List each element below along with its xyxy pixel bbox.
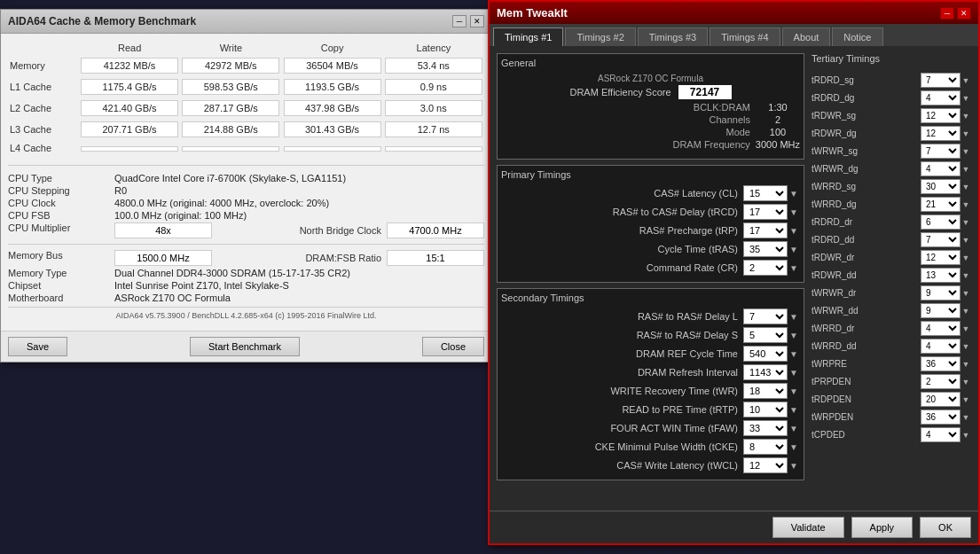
tert-select[interactable]: 12 bbox=[921, 126, 960, 141]
tert-row: tPRPDEN 2 ▼ bbox=[811, 374, 971, 389]
cpu-fsb-value: 100.0 MHz (original: 100 MHz) bbox=[114, 210, 484, 221]
tert-row: tWRRD_sg 30 ▼ bbox=[811, 179, 971, 194]
apply-button[interactable]: Apply bbox=[851, 517, 913, 538]
timing-select[interactable]: 10 bbox=[743, 402, 788, 417]
table-row: L2 Cache 421.40 GB/s 287.17 GB/s 437.98 … bbox=[8, 98, 484, 119]
tert-select[interactable]: 6 bbox=[921, 215, 960, 230]
timing-select[interactable]: 17 bbox=[743, 222, 788, 238]
minimize-button[interactable]: ─ bbox=[452, 15, 466, 27]
table-row: Memory 41232 MB/s 42972 MB/s 36504 MB/s … bbox=[8, 55, 484, 76]
timing-select[interactable]: 35 bbox=[743, 241, 788, 257]
system-info: CPU Type QuadCore Intel Core i7-6700K (S… bbox=[8, 173, 484, 303]
dram-score-row: DRAM Efficiency Score 72147 bbox=[501, 85, 800, 99]
timing-select[interactable]: 12 bbox=[743, 457, 788, 473]
tert-select[interactable]: 20 bbox=[921, 392, 960, 407]
tab-timings3[interactable]: Timings #3 bbox=[638, 27, 708, 46]
tert-select[interactable]: 21 bbox=[921, 197, 960, 212]
formula-name: ASRock Z170 OC Formula bbox=[501, 74, 800, 83]
general-title: General bbox=[501, 58, 800, 68]
tert-select[interactable]: 4 bbox=[921, 321, 960, 336]
timing-select[interactable]: 8 bbox=[743, 439, 788, 455]
tert-row: tRDPDEN 20 ▼ bbox=[811, 392, 971, 407]
tab-about[interactable]: About bbox=[782, 27, 831, 46]
tert-select[interactable]: 7 bbox=[921, 73, 960, 88]
timing-select[interactable]: 17 bbox=[743, 204, 788, 220]
timing-label: CKE Minimul Pulse Width (tCKE) bbox=[501, 441, 743, 452]
tert-select[interactable]: 36 bbox=[921, 356, 960, 371]
row-read: 207.71 GB/s bbox=[79, 119, 180, 140]
tert-select[interactable]: 4 bbox=[921, 161, 960, 176]
tab-notice[interactable]: Notice bbox=[832, 27, 882, 46]
tert-select[interactable]: 7 bbox=[921, 144, 960, 159]
tert-select[interactable]: 4 bbox=[921, 427, 960, 442]
timing-select[interactable]: 11430 bbox=[743, 364, 788, 380]
mem-body: General ASRock Z170 OC Formula DRAM Effi… bbox=[490, 46, 978, 508]
timing-row: RAS# Precharge (tRP) 17 ▼ bbox=[501, 222, 800, 238]
tert-select[interactable]: 30 bbox=[921, 179, 960, 194]
tab-timings2[interactable]: Timings #2 bbox=[565, 27, 635, 46]
save-button[interactable]: Save bbox=[8, 337, 67, 356]
validate-button[interactable]: Validate bbox=[772, 517, 844, 538]
row-copy bbox=[282, 140, 383, 156]
tert-select[interactable]: 9 bbox=[921, 303, 960, 318]
tert-select[interactable]: 12 bbox=[921, 108, 960, 123]
mem-tweakit-window: Mem TweakIt ─ ✕ Timings #1 Timings #2 Ti… bbox=[488, 0, 980, 545]
tert-select[interactable]: 12 bbox=[921, 250, 960, 265]
tert-label: tWRWR_dg bbox=[811, 164, 921, 174]
timing-label: DRAM Refresh Interval bbox=[501, 367, 743, 378]
tab-timings4[interactable]: Timings #4 bbox=[710, 27, 780, 46]
timing-select[interactable]: 540 bbox=[743, 346, 788, 362]
start-benchmark-button[interactable]: Start Benchmark bbox=[190, 337, 300, 356]
timing-select[interactable]: 5 bbox=[743, 327, 788, 343]
timing-label: RAS# to CAS# Delay (tRCD) bbox=[501, 207, 743, 217]
tert-select[interactable]: 2 bbox=[921, 374, 960, 389]
row-latency: 0.9 ns bbox=[383, 76, 484, 98]
timing-select[interactable]: 15 bbox=[743, 185, 788, 201]
mem-title: Mem TweakIt bbox=[497, 6, 568, 20]
tert-label: tRDRD_dd bbox=[811, 235, 921, 245]
tert-row: tRDRD_dr 6 ▼ bbox=[811, 215, 971, 230]
mem-minimize-button[interactable]: ─ bbox=[940, 7, 954, 20]
close-button[interactable]: Close bbox=[422, 337, 484, 356]
row-copy: 36504 MB/s bbox=[282, 55, 383, 76]
timing-select[interactable]: 7 bbox=[743, 308, 788, 324]
tert-label: tRDPDEN bbox=[811, 394, 921, 404]
col-copy: Copy bbox=[282, 41, 383, 55]
tert-select[interactable]: 4 bbox=[921, 90, 960, 105]
row-label: L3 Cache bbox=[8, 119, 79, 140]
row-copy: 1193.5 GB/s bbox=[282, 76, 383, 98]
tert-row: tWRRD_dd 4 ▼ bbox=[811, 339, 971, 354]
timing-label: Command Rate (CR) bbox=[501, 262, 743, 273]
nb-clock-label: North Bridge Clock bbox=[300, 225, 381, 236]
mem-close-button[interactable]: ✕ bbox=[957, 7, 971, 20]
bclk-value: 1:30 bbox=[756, 102, 800, 113]
mem-bus-label: Memory Bus bbox=[8, 250, 114, 266]
row-write: 598.53 GB/s bbox=[180, 76, 281, 98]
tert-label: tRDRD_dg bbox=[811, 93, 921, 103]
tertiary-timings-list: tRDRD_sg 7 ▼ tRDRD_dg 4 ▼ tRDWR_sg 12 ▼ … bbox=[811, 73, 971, 445]
tert-row: tWRWR_dg 4 ▼ bbox=[811, 161, 971, 176]
tert-select[interactable]: 7 bbox=[921, 232, 960, 247]
tert-row: tWRWR_sg 7 ▼ bbox=[811, 144, 971, 159]
timing-select[interactable]: 2 bbox=[743, 260, 788, 276]
tert-select[interactable]: 9 bbox=[921, 285, 960, 300]
tert-row: tRDRD_dd 7 ▼ bbox=[811, 232, 971, 247]
cpu-type-label: CPU Type bbox=[8, 173, 114, 183]
timing-label: FOUR ACT WIN Time (tFAW) bbox=[501, 423, 743, 433]
cpu-type-value: QuadCore Intel Core i7-6700K (Skylake-S,… bbox=[114, 173, 484, 183]
tert-label: tRDWR_dr bbox=[811, 253, 921, 262]
timing-select[interactable]: 18 bbox=[743, 383, 788, 399]
ok-button[interactable]: OK bbox=[920, 517, 971, 538]
tab-timings1[interactable]: Timings #1 bbox=[493, 27, 563, 46]
tert-select[interactable]: 36 bbox=[921, 410, 960, 425]
mem-titlebar: Mem TweakIt ─ ✕ bbox=[490, 2, 978, 24]
tert-row: tRDRD_dg 4 ▼ bbox=[811, 90, 971, 105]
tert-select[interactable]: 13 bbox=[921, 268, 960, 283]
channels-value: 2 bbox=[756, 114, 800, 125]
timing-row: READ to PRE Time (tRTP) 10 ▼ bbox=[501, 402, 800, 417]
timing-select[interactable]: 33 bbox=[743, 420, 788, 436]
tert-select[interactable]: 4 bbox=[921, 339, 960, 354]
row-write: 287.17 GB/s bbox=[180, 98, 281, 119]
timing-label: CAS# Latency (CL) bbox=[501, 188, 743, 199]
close-button[interactable]: ✕ bbox=[470, 15, 484, 27]
